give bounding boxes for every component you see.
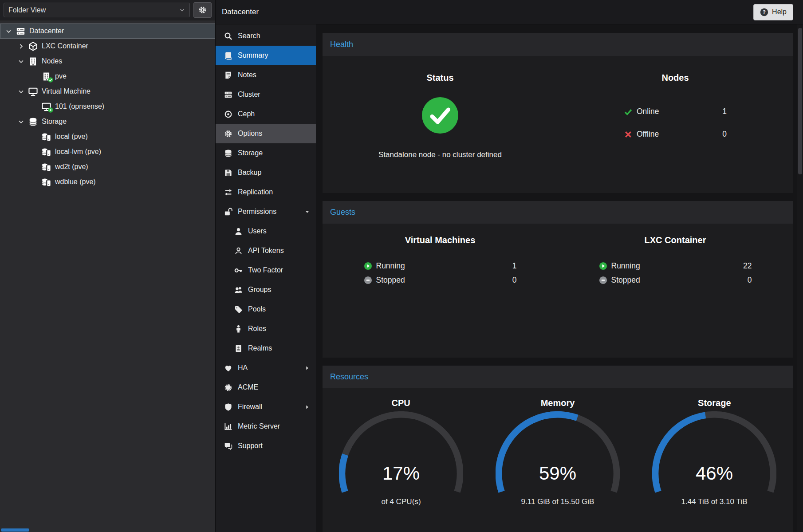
gauge-sublabel: 9.11 GiB of 15.50 GiB xyxy=(521,497,594,506)
guest-state-label: Stopped xyxy=(376,276,405,285)
guest-state-label: Running xyxy=(611,261,640,271)
cluster-status-message: Standalone node - no cluster defined xyxy=(378,150,502,159)
guest-state-value: 22 xyxy=(743,261,752,271)
chevron-down-icon[interactable] xyxy=(18,58,28,65)
tree-item-pve[interactable]: pve xyxy=(0,69,215,84)
menu-item-label: Realms xyxy=(248,344,272,352)
menu-item-firewall[interactable]: Firewall xyxy=(216,397,316,417)
tree-item-nodes[interactable]: Nodes xyxy=(0,54,215,69)
tree-item-label: pve xyxy=(55,72,67,80)
menu-item-two-factor[interactable]: Two Factor xyxy=(216,260,316,280)
menu-item-label: Summary xyxy=(238,51,268,59)
menu-item-notes[interactable]: Notes xyxy=(216,65,316,85)
view-selector[interactable]: Folder View xyxy=(4,3,190,17)
menu-item-label: Storage xyxy=(238,149,263,157)
scrollbar-thumb[interactable] xyxy=(798,28,802,174)
menu-item-label: Roles xyxy=(248,325,266,333)
resource-tree-panel: Folder View Datacenter LXC Container xyxy=(0,0,216,532)
gauge-heading: Storage xyxy=(698,398,731,408)
resources-panel-title: Resources xyxy=(330,372,368,382)
tree-item-datacenter[interactable]: Datacenter xyxy=(0,24,215,39)
menu-item-pools[interactable]: Pools xyxy=(216,299,316,319)
menu-item-replication[interactable]: Replication xyxy=(216,182,316,202)
tree-item-101-opnsense[interactable]: 101 (opnsense) xyxy=(0,99,215,114)
help-button[interactable]: Help xyxy=(753,4,793,20)
gauge-heading: Memory xyxy=(541,398,575,408)
tree-item-label: 101 (opnsense) xyxy=(55,102,104,110)
running-play-badge xyxy=(48,107,53,113)
tree-item-wd2t[interactable]: wd2t (pve) xyxy=(0,159,215,174)
chevron-down-icon[interactable] xyxy=(18,118,28,125)
monitor-icon xyxy=(28,87,38,96)
menu-item-label: Search xyxy=(238,32,260,40)
chevron-down-icon[interactable] xyxy=(5,28,16,35)
chevron-right-icon[interactable] xyxy=(18,43,28,50)
node-state-label: Online xyxy=(637,107,659,116)
tree-item-local-lvm[interactable]: local-lvm (pve) xyxy=(0,144,215,159)
resources-panel-header: Resources xyxy=(323,366,793,388)
menu-item-storage[interactable]: Storage xyxy=(216,143,316,163)
cpu-gauge-chart: 17% of 4 CPU(s) xyxy=(339,410,463,515)
menu-item-label: ACME xyxy=(238,383,258,391)
tree-item-label: wd2t (pve) xyxy=(55,163,88,171)
menu-item-summary[interactable]: Summary xyxy=(216,46,316,65)
storage-drive-icon xyxy=(42,177,51,187)
tree-item-virtual-machine[interactable]: Virtual Machine xyxy=(0,84,215,99)
lxc-heading: LXC Container xyxy=(645,235,706,245)
gear-icon xyxy=(198,6,207,14)
scrollbar-thumb[interactable] xyxy=(1,528,29,532)
guest-state-value: 1 xyxy=(512,261,517,271)
tree-item-wdblue[interactable]: wdblue (pve) xyxy=(0,174,215,189)
chevron-down-icon[interactable] xyxy=(18,88,28,95)
guest-state-label: Running xyxy=(376,261,405,271)
menu-item-groups[interactable]: Groups xyxy=(216,280,316,299)
tree-item-local[interactable]: local (pve) xyxy=(0,129,215,144)
menu-item-permissions[interactable]: Permissions xyxy=(216,202,316,221)
menu-item-metric-server[interactable]: Metric Server xyxy=(216,417,316,436)
menu-item-ha[interactable]: HA xyxy=(216,358,316,378)
menu-item-roles[interactable]: Roles xyxy=(216,319,316,339)
tree-item-lxc-container[interactable]: LXC Container xyxy=(0,39,215,54)
tree-horizontal-scrollbar[interactable] xyxy=(0,528,215,532)
sync-arrows-icon xyxy=(224,188,232,197)
server-icon xyxy=(224,91,232,99)
guests-body: Virtual Machines Running 1 Stopped xyxy=(323,224,793,358)
menu-item-api-tokens[interactable]: API Tokens xyxy=(216,241,316,260)
lxc-running-row: Running 22 xyxy=(599,260,752,272)
menu-item-label: Backup xyxy=(238,169,261,177)
guests-panel-header: Guests xyxy=(323,201,793,224)
user-icon xyxy=(234,227,243,236)
stopped-icon xyxy=(364,276,372,284)
tree-item-storage[interactable]: Storage xyxy=(0,114,215,129)
menu-item-ceph[interactable]: Ceph xyxy=(216,104,316,124)
tree-leaf-spacer xyxy=(31,148,42,155)
menu-item-realms[interactable]: Realms xyxy=(216,339,316,358)
storage-drive-icon xyxy=(42,162,51,172)
tree-settings-button[interactable] xyxy=(193,2,212,18)
menu-item-cluster[interactable]: Cluster xyxy=(216,85,316,104)
database-icon xyxy=(224,149,232,158)
caret-right-icon xyxy=(304,404,310,410)
person-icon xyxy=(234,325,243,333)
content-vertical-scrollbar[interactable] xyxy=(797,24,803,532)
menu-item-search[interactable]: Search xyxy=(216,26,316,46)
menu-item-backup[interactable]: Backup xyxy=(216,163,316,182)
unlock-icon xyxy=(224,208,232,216)
gauge-percent: 17% xyxy=(382,463,420,484)
node-state-value: 1 xyxy=(722,107,727,116)
menu-item-support[interactable]: Support xyxy=(216,436,316,456)
bar-chart-icon xyxy=(224,422,232,431)
health-panel-title: Health xyxy=(330,40,353,49)
guest-state-value: 0 xyxy=(748,276,752,285)
proxmox-app: Folder View Datacenter LXC Container xyxy=(0,0,803,532)
menu-item-options[interactable]: Options xyxy=(216,124,316,143)
menu-item-acme[interactable]: ACME xyxy=(216,378,316,397)
vm-heading: Virtual Machines xyxy=(405,235,476,245)
lxc-container-column: LXC Container Running 22 Stopped xyxy=(558,224,793,358)
tree-item-label: Storage xyxy=(42,118,67,126)
menu-item-users[interactable]: Users xyxy=(216,221,316,241)
cluster-status-column: Status Standalone node - no cluster defi… xyxy=(323,56,558,193)
menu-item-label: API Tokens xyxy=(248,247,284,255)
menu-item-label: Users xyxy=(248,227,267,235)
shield-icon xyxy=(224,403,232,411)
